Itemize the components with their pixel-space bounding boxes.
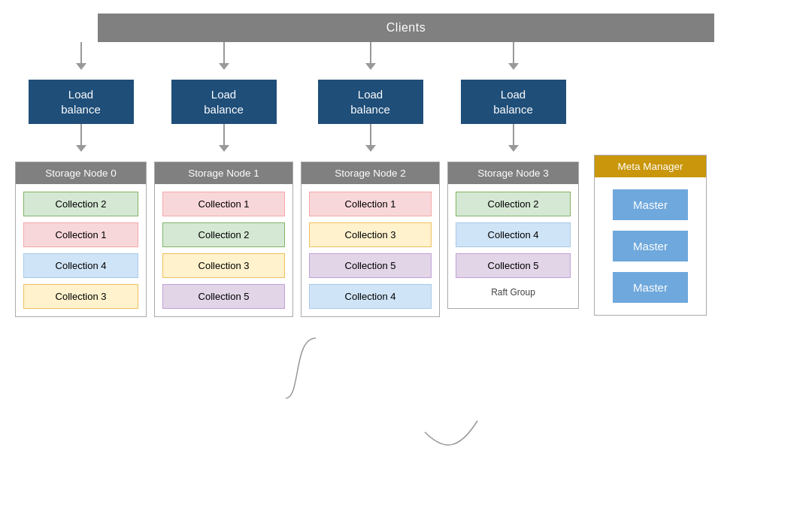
lb-label-2: Loadbalance bbox=[350, 88, 390, 116]
arrow-line-1 bbox=[223, 42, 225, 63]
load-balance-1: Loadbalance bbox=[171, 80, 277, 124]
sn0-body: Collection 2 Collection 1 Collection 4 C… bbox=[16, 184, 146, 316]
column-1: Loadbalance Storage Node 1 Collection 1 … bbox=[154, 42, 293, 317]
sn2-body: Collection 1 Collection 3 Collection 5 C… bbox=[301, 184, 439, 316]
sn0-col4: Collection 4 bbox=[23, 253, 138, 278]
arrow-head-1 bbox=[219, 63, 229, 70]
arrow-line-lb1 bbox=[223, 124, 225, 145]
sn1-col1: Collection 1 bbox=[162, 192, 285, 216]
meta-manager-panel: Meta Manager Master Master Master bbox=[594, 155, 707, 316]
column-0: Loadbalance Storage Node 0 Collection 2 … bbox=[15, 42, 147, 317]
storage-node-0: Storage Node 0 Collection 2 Collection 1… bbox=[15, 162, 147, 317]
arrow-line-3 bbox=[513, 42, 514, 63]
sn2-col4: Collection 4 bbox=[309, 284, 432, 309]
storage-node-2: Storage Node 2 Collection 1 Collection 3… bbox=[301, 162, 440, 317]
sn2-col1: Collection 1 bbox=[309, 192, 432, 216]
arrow-head-0 bbox=[76, 63, 86, 70]
sn1-body: Collection 1 Collection 2 Collection 3 C… bbox=[155, 184, 292, 316]
sn3-col4: Collection 4 bbox=[456, 222, 571, 247]
master-box-1: Master bbox=[613, 231, 688, 261]
storage-node-1: Storage Node 1 Collection 1 Collection 2… bbox=[154, 162, 293, 317]
lb-label-1: Loadbalance bbox=[204, 88, 244, 116]
sn3-header: Storage Node 3 bbox=[448, 162, 578, 184]
sn0-col2: Collection 2 bbox=[23, 192, 138, 216]
sn3-body: Collection 2 Collection 4 Collection 5 R… bbox=[448, 184, 578, 308]
clients-bar: Clients bbox=[98, 14, 714, 42]
sn0-col3: Collection 3 bbox=[23, 284, 138, 309]
sn2-col3: Collection 3 bbox=[309, 222, 432, 247]
sn1-col5: Collection 5 bbox=[162, 284, 285, 309]
sn3-col5: Collection 5 bbox=[456, 253, 571, 278]
lb-label-3: Loadbalance bbox=[493, 88, 533, 116]
sn1-header: Storage Node 1 bbox=[155, 162, 292, 184]
arrow-head-2 bbox=[365, 63, 376, 70]
clients-label: Clients bbox=[386, 21, 426, 34]
arrow-head-3 bbox=[508, 63, 519, 70]
meta-manager-header: Meta Manager bbox=[595, 156, 706, 177]
arrow-line-2 bbox=[370, 42, 371, 63]
arrow-head-lb3 bbox=[508, 145, 519, 152]
sn2-col5: Collection 5 bbox=[309, 253, 432, 278]
curve-sn2-sn3 bbox=[425, 421, 477, 445]
arrow-head-lb0 bbox=[76, 145, 86, 152]
arrow-head-lb1 bbox=[219, 145, 229, 152]
load-balance-0: Loadbalance bbox=[29, 80, 134, 124]
curve-sn1-sn2-col3 bbox=[286, 338, 316, 398]
storage-node-3: Storage Node 3 Collection 2 Collection 4… bbox=[447, 162, 579, 309]
sn1-col3: Collection 3 bbox=[162, 253, 285, 278]
arrow-line-0 bbox=[80, 42, 82, 63]
arrow-line-lb3 bbox=[513, 124, 514, 145]
diagram: Clients Loadbalance Storage Node 0 bbox=[0, 0, 812, 532]
load-balance-3: Loadbalance bbox=[461, 80, 566, 124]
sn0-header: Storage Node 0 bbox=[16, 162, 146, 184]
master-box-0: Master bbox=[613, 189, 688, 220]
arrow-head-lb2 bbox=[365, 145, 376, 152]
meta-manager-column: Meta Manager Master Master Master bbox=[594, 42, 707, 316]
master-box-2: Master bbox=[613, 272, 688, 303]
column-2: Loadbalance Storage Node 2 Collection 1 … bbox=[301, 42, 440, 317]
sn1-col2: Collection 2 bbox=[162, 222, 285, 247]
lb-label-0: Loadbalance bbox=[61, 88, 101, 116]
raft-group-label: Raft Group bbox=[456, 284, 571, 301]
arrow-line-lb2 bbox=[370, 124, 371, 145]
load-balance-2: Loadbalance bbox=[318, 80, 423, 124]
sn3-col2: Collection 2 bbox=[456, 192, 571, 216]
sn2-header: Storage Node 2 bbox=[301, 162, 439, 184]
column-3: Loadbalance Storage Node 3 Collection 2 … bbox=[447, 42, 579, 309]
arrow-line-lb0 bbox=[80, 124, 82, 145]
sn0-col1: Collection 1 bbox=[23, 222, 138, 247]
meta-manager-body: Master Master Master bbox=[595, 177, 706, 315]
